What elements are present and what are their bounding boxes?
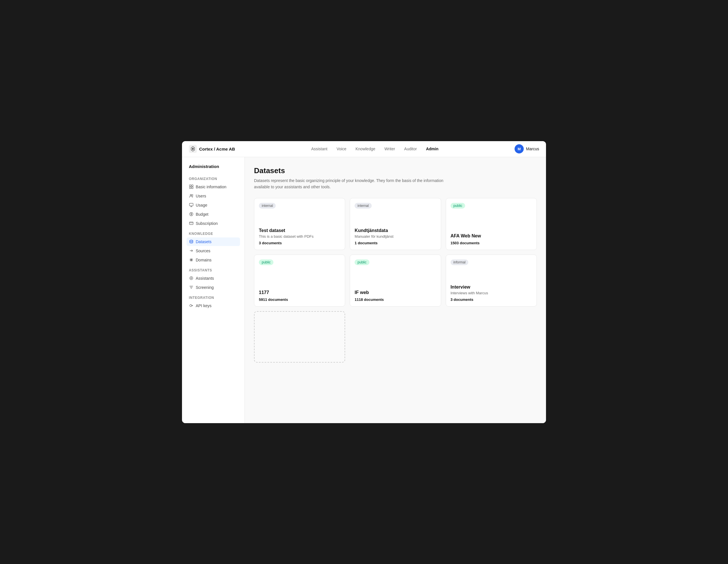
dataset-card-add-new[interactable]	[254, 311, 345, 363]
user-area: M Marcus	[515, 144, 539, 153]
svg-rect-2	[191, 185, 193, 187]
key-icon	[189, 303, 193, 308]
monitor-icon	[189, 203, 193, 207]
svg-rect-7	[189, 203, 193, 206]
svg-rect-9	[189, 222, 193, 225]
svg-point-6	[192, 195, 193, 196]
sidebar-item-datasets[interactable]: Datasets	[187, 237, 240, 246]
dataset-docs-3: 1503 documents	[451, 241, 532, 245]
dataset-docs-5: 1118 documents	[355, 297, 436, 302]
logo-text: Cortex / Acme AB	[199, 147, 235, 151]
dataset-desc-1: This is a basic dataset with PDFs	[259, 234, 340, 239]
sidebar-label-assistants: Assistants	[196, 276, 214, 281]
dataset-card-1177[interactable]: public 1177 5911 documents	[254, 255, 345, 307]
badge-informal-6: informal	[451, 259, 469, 265]
nav-assistant[interactable]: Assistant	[311, 147, 327, 151]
circle-icon	[189, 276, 193, 281]
badge-public-4: public	[259, 259, 273, 265]
sidebar-item-subscription[interactable]: Subscription	[187, 219, 240, 228]
dataset-name-5: IF web	[355, 290, 436, 295]
dataset-card-kundtjanstdata[interactable]: internal Kundtjänstdata Manualer för kun…	[350, 198, 441, 250]
dataset-docs-2: 1 documents	[355, 241, 436, 245]
asterisk-icon	[189, 258, 193, 262]
badge-public-5: public	[355, 259, 369, 265]
nav-auditor[interactable]: Auditor	[404, 147, 417, 151]
nav-voice[interactable]: Voice	[337, 147, 346, 151]
sidebar-item-domains[interactable]: Domains	[187, 256, 240, 264]
svg-point-12	[191, 278, 192, 279]
avatar: M	[515, 144, 524, 153]
sidebar-label-budget: Budget	[196, 212, 208, 217]
nav-knowledge[interactable]: Knowledge	[355, 147, 375, 151]
badge-internal-1: internal	[259, 203, 276, 209]
svg-point-11	[190, 277, 193, 280]
filter-icon	[189, 285, 193, 290]
page-title: Datasets	[254, 166, 537, 175]
sidebar-label-api-keys: API keys	[196, 303, 211, 308]
nav-admin[interactable]: Admin	[426, 147, 439, 151]
sidebar-label-domains: Domains	[196, 258, 211, 262]
dataset-card-if-web[interactable]: public IF web 1118 documents	[350, 255, 441, 307]
main-layout: Administration Organization Basic inform…	[182, 157, 546, 423]
dataset-docs-6: 3 documents	[451, 297, 532, 302]
arrow-icon	[189, 249, 193, 253]
sidebar-item-users[interactable]: Users	[187, 192, 240, 200]
section-label-assistants: Assistants	[187, 265, 240, 274]
dataset-desc-2: Manualer för kundtjänst	[355, 234, 436, 239]
section-label-integration: Integration	[187, 292, 240, 301]
dollar-icon	[189, 212, 193, 217]
sidebar-item-budget[interactable]: Budget	[187, 210, 240, 219]
sidebar-label-sources: Sources	[196, 249, 210, 253]
sidebar-label-screening: Screening	[196, 285, 214, 290]
card-icon	[189, 221, 193, 226]
sidebar-item-api-keys[interactable]: API keys	[187, 301, 240, 310]
dataset-grid: internal Test dataset This is a basic da…	[254, 198, 537, 363]
page-description: Datasets represent the basic organizing …	[254, 177, 448, 190]
dataset-card-afa-web-new[interactable]: public AFA Web New 1503 documents	[446, 198, 537, 250]
dataset-name-3: AFA Web New	[451, 233, 532, 239]
dataset-desc-6: Interviews with Marcus	[451, 291, 532, 295]
sidebar-label-usage: Usage	[196, 203, 207, 207]
sidebar-item-assistants[interactable]: Assistants	[187, 274, 240, 283]
logo-area[interactable]: Cortex / Acme AB	[189, 145, 235, 153]
dataset-card-interview[interactable]: informal Interview Interviews with Marcu…	[446, 255, 537, 307]
sidebar-title: Administration	[187, 164, 240, 169]
dataset-card-test-dataset[interactable]: internal Test dataset This is a basic da…	[254, 198, 345, 250]
main-content: Datasets Datasets represent the basic or…	[245, 157, 546, 423]
dataset-name-1: Test dataset	[259, 228, 340, 233]
sidebar-item-basic-information[interactable]: Basic information	[187, 183, 240, 191]
grid-icon	[189, 185, 193, 189]
nav-links: Assistant Voice Knowledge Writer Auditor…	[311, 147, 438, 151]
dataset-docs-4: 5911 documents	[259, 297, 340, 302]
sidebar-label-users: Users	[196, 194, 206, 198]
database-icon	[189, 239, 193, 244]
user-name: Marcus	[526, 147, 539, 151]
sidebar-label-subscription: Subscription	[196, 221, 218, 226]
dataset-name-4: 1177	[259, 290, 340, 295]
svg-rect-4	[191, 187, 193, 189]
sidebar-item-screening[interactable]: Screening	[187, 283, 240, 292]
sidebar-item-sources[interactable]: Sources	[187, 247, 240, 255]
top-nav: Cortex / Acme AB Assistant Voice Knowled…	[182, 141, 546, 157]
dataset-name-6: Interview	[451, 285, 532, 290]
svg-rect-1	[189, 185, 191, 187]
sidebar: Administration Organization Basic inform…	[182, 157, 245, 423]
svg-rect-3	[189, 187, 191, 189]
section-label-knowledge: Knowledge	[187, 228, 240, 237]
section-label-organization: Organization	[187, 173, 240, 183]
logo-icon	[189, 145, 197, 153]
sidebar-label-basic-information: Basic information	[196, 185, 226, 189]
sidebar-item-usage[interactable]: Usage	[187, 201, 240, 209]
svg-point-10	[190, 240, 193, 241]
badge-public-3: public	[451, 203, 465, 209]
svg-point-5	[190, 195, 191, 196]
dataset-docs-1: 3 documents	[259, 241, 340, 245]
badge-internal-2: internal	[355, 203, 371, 209]
sidebar-label-datasets: Datasets	[196, 239, 211, 244]
dataset-name-2: Kundtjänstdata	[355, 228, 436, 233]
app-window: Cortex / Acme AB Assistant Voice Knowled…	[182, 141, 546, 423]
nav-writer[interactable]: Writer	[385, 147, 395, 151]
users-icon	[189, 194, 193, 198]
